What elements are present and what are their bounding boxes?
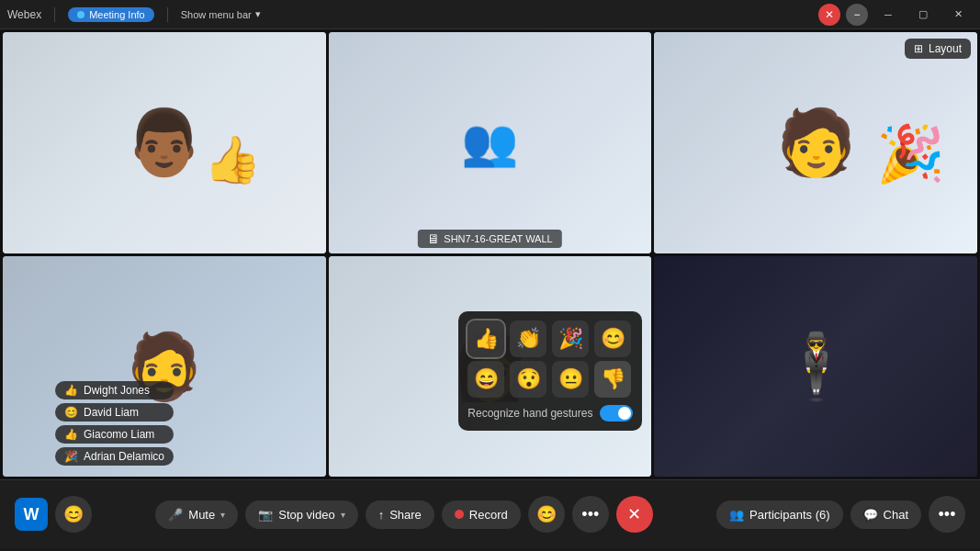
participants-button[interactable]: 👥 Participants (6) <box>716 500 842 529</box>
reaction-david: 😊 David Liam <box>55 403 174 422</box>
minimize-button[interactable]: ─ <box>873 6 903 24</box>
video-cell-3: 🧑 🎉 <box>654 32 977 253</box>
grid-icon: ⊞ <box>914 42 923 55</box>
reaction-name-1: Dwight Jones <box>84 384 150 397</box>
bottom-left-controls: W 😊 <box>15 496 92 533</box>
reaction-emoji-2: 😊 <box>64 406 78 419</box>
minimize-circle-icon[interactable]: − <box>846 4 868 26</box>
record-label: Record <box>469 508 508 522</box>
more-button[interactable]: ••• <box>572 496 609 533</box>
emoji-thumbsup[interactable]: 👍 <box>467 320 504 357</box>
video-icon: 📷 <box>258 508 273 522</box>
stop-video-label: Stop video <box>278 508 334 522</box>
emoji-wow[interactable]: 😯 <box>510 361 546 398</box>
close-button[interactable]: ✕ <box>943 6 973 24</box>
layout-button[interactable]: ⊞ Layout <box>905 39 971 59</box>
emoji-button[interactable]: 😊 <box>528 496 565 533</box>
reaction-name-3: Giacomo Liam <box>84 428 154 441</box>
room-label: SHN7-16-GREAT WALL <box>444 233 552 244</box>
thumbs-up-reaction: 👍 <box>204 133 261 186</box>
bottom-right-controls: 👥 Participants (6) 💬 Chat ••• <box>716 496 965 533</box>
bottom-bar: 👍 Dwight Jones 😊 David Liam 👍 Giacomo Li… <box>0 479 980 548</box>
share-label: Share <box>389 508 422 522</box>
reaction-name-4: Adrian Delamico <box>84 450 164 463</box>
reaction-giacomo: 👍 Giacomo Liam <box>55 425 174 444</box>
meeting-info-button[interactable]: Meeting Info <box>68 7 154 22</box>
reaction-emoji-1: 👍 <box>64 384 78 397</box>
emoji-neutral[interactable]: 😐 <box>552 361 589 398</box>
gesture-row: Recognize hand gestures <box>467 405 633 422</box>
share-icon: ↑ <box>378 508 385 522</box>
record-dot-icon <box>455 510 464 519</box>
end-icon: ✕ <box>627 504 641 524</box>
toggle-knob <box>618 407 631 420</box>
emoji-confetti[interactable]: 🎉 <box>552 320 589 357</box>
gesture-label: Recognize hand gestures <box>467 407 592 420</box>
reaction-emoji-4: 🎉 <box>64 450 78 463</box>
video-cell-6: 🕴 <box>654 256 977 478</box>
show-menu-label: Show menu bar <box>181 9 252 20</box>
layout-label: Layout <box>929 42 962 55</box>
video-cell-5: 👩 👍 👏 🎉 😊 😄 😯 😐 👎 Recognize hand gesture… <box>329 256 652 478</box>
screen-icon: 🖥 <box>427 231 440 246</box>
participants-label: Participants (6) <box>749 508 829 522</box>
share-button[interactable]: ↑ Share <box>366 500 434 529</box>
webex-logo[interactable]: W <box>15 498 48 531</box>
reaction-emoji-3: 👍 <box>64 428 78 441</box>
status-button[interactable]: 😊 <box>55 496 92 533</box>
reaction-adrian: 🎉 Adrian Delamico <box>55 447 174 466</box>
app-name: Webex <box>7 8 41 21</box>
record-button[interactable]: Record <box>442 500 521 529</box>
emoji-laugh[interactable]: 😄 <box>467 361 504 398</box>
meeting-info-label: Meeting Info <box>89 9 145 20</box>
bottom-center-controls: 🎤 Mute ▾ 📷 Stop video ▾ ↑ Share Record 😊… <box>99 496 709 533</box>
stop-video-button[interactable]: 📷 Stop video ▾ <box>245 500 357 529</box>
emoji-grid: 👍 👏 🎉 😊 😄 😯 😐 👎 <box>467 320 633 398</box>
emoji-smile[interactable]: 😊 <box>594 320 631 357</box>
reaction-dwight: 👍 Dwight Jones <box>55 381 174 399</box>
more-icon: ••• <box>581 505 599 524</box>
status-dot <box>77 11 84 18</box>
reaction-log: 👍 Dwight Jones 😊 David Liam 👍 Giacomo Li… <box>55 381 174 466</box>
gesture-toggle[interactable] <box>600 405 633 422</box>
title-bar-left: Webex Meeting Info Show menu bar ▾ <box>7 7 818 22</box>
more2-icon: ••• <box>939 505 956 524</box>
more2-button[interactable]: ••• <box>929 496 965 533</box>
emoji-clap[interactable]: 👏 <box>510 320 546 357</box>
title-bar-right: ✕ − ─ ▢ ✕ <box>818 4 973 26</box>
divider <box>54 7 55 22</box>
show-menu-button[interactable]: Show menu bar ▾ <box>181 8 261 20</box>
emoji-reaction-popup[interactable]: 👍 👏 🎉 😊 😄 😯 😐 👎 Recognize hand gestures <box>458 311 642 431</box>
mute-button[interactable]: 🎤 Mute ▾ <box>155 500 238 529</box>
video-cell-2: 👥 🖥 SHN7-16-GREAT WALL <box>329 32 652 253</box>
mute-chevron-icon: ▾ <box>220 510 225 520</box>
title-bar: Webex Meeting Info Show menu bar ▾ ✕ − ─… <box>0 0 980 29</box>
chat-label: Chat <box>884 508 908 522</box>
mute-label: Mute <box>188 508 215 522</box>
video-chevron-icon: ▾ <box>341 510 345 520</box>
maximize-button[interactable]: ▢ <box>908 6 938 24</box>
end-call-button[interactable]: ✕ <box>616 496 653 533</box>
divider2 <box>167 7 168 22</box>
chat-icon: 💬 <box>863 508 878 522</box>
chat-button[interactable]: 💬 Chat <box>850 500 921 529</box>
reaction-name-2: David Liam <box>84 406 139 419</box>
active-speaker-label: 🖥 SHN7-16-GREAT WALL <box>418 230 561 248</box>
participants-icon: 👥 <box>729 508 744 522</box>
emoji-thumbsdown[interactable]: 👎 <box>594 361 631 398</box>
mic-icon: 🎤 <box>168 508 183 522</box>
close-circle-icon[interactable]: ✕ <box>818 4 840 26</box>
chevron-down-icon: ▾ <box>255 8 261 20</box>
video-cell-1: 👨🏾 👍 <box>3 32 326 253</box>
confetti-reaction: 🎉 <box>876 121 945 186</box>
